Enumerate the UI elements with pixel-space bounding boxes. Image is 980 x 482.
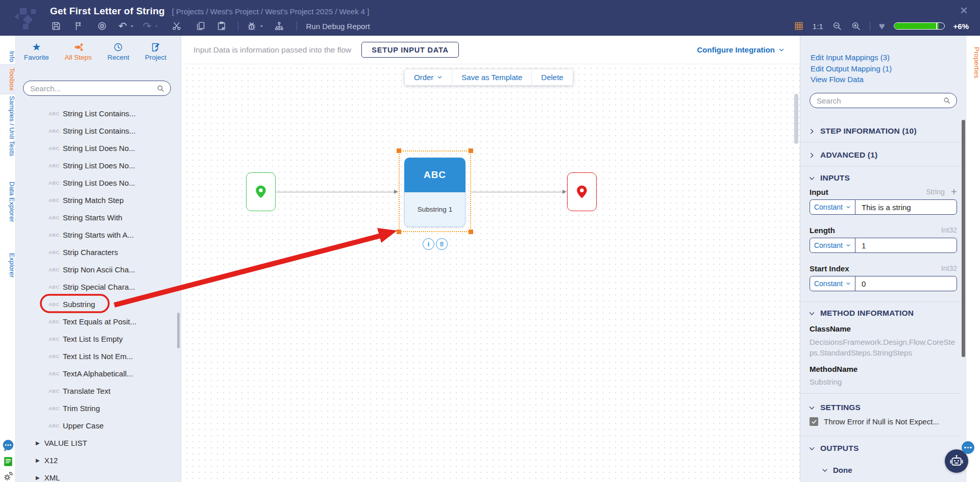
toolbox-step-strip-special-chara[interactable]: ABCStrip Special Chara... — [16, 278, 181, 295]
canvas-scrollbar-thumb[interactable] — [794, 94, 798, 144]
toolbox-step-trim-string[interactable]: ABCTrim String — [16, 399, 181, 417]
input-value-field[interactable] — [855, 200, 957, 214]
chat-icon[interactable] — [2, 439, 15, 452]
end-node[interactable] — [567, 172, 597, 211]
node-delete-button[interactable] — [436, 238, 448, 250]
assistant-chat-bubble-icon[interactable] — [962, 441, 974, 454]
tab-properties[interactable]: Properties — [966, 47, 980, 79]
configure-integration-button[interactable]: Configure Integration — [697, 45, 785, 54]
sidebar-tab-info[interactable]: Info — [0, 48, 16, 65]
input-value-field[interactable] — [855, 276, 957, 291]
abc-string-icon: ABC — [48, 215, 61, 220]
link-view-flow-data[interactable]: View Flow Data — [811, 74, 864, 85]
properties-search-input[interactable] — [816, 96, 943, 106]
selection-handle[interactable] — [397, 230, 401, 234]
context-order-button[interactable]: Order — [405, 69, 452, 85]
zoom-ratio-button[interactable]: 1:1 — [813, 22, 823, 31]
toolbox-step-translate-text[interactable]: ABCTranslate Text — [16, 382, 181, 399]
copy-icon[interactable] — [195, 21, 206, 31]
toolbox-step-upper-case[interactable]: ABCUpper Case — [16, 417, 181, 434]
toolbox-step-text-list-is-not-em[interactable]: ABCText List Is Not Em... — [16, 347, 181, 365]
toolbox-step-substring[interactable]: ABCSubstring — [16, 295, 181, 313]
toolbox-step-string-list-does-no[interactable]: ABCString List Does No... — [16, 157, 181, 174]
toolbox-step-strip-non-ascii-cha[interactable]: ABCStrip Non Ascii Cha... — [16, 261, 181, 278]
sidebar-tab-data-explorer[interactable]: Data Explorer — [0, 179, 16, 225]
undo-icon[interactable]: ↶ — [118, 21, 127, 31]
link-edit-input-mappings-3[interactable]: Edit Input Mappings (3) — [811, 52, 890, 63]
sidebar-tab-samples-unit-tests[interactable]: Samples / Unit Tests — [0, 93, 16, 159]
debug-icon[interactable] — [247, 21, 257, 31]
toolbox-step-string-list-does-no[interactable]: ABCString List Does No... — [16, 174, 181, 191]
undo-caret-icon[interactable] — [129, 23, 135, 29]
mapping-type-select[interactable]: Constant — [810, 200, 855, 214]
toolbox-scrollbar-thumb[interactable] — [177, 313, 180, 348]
mapping-type-select[interactable]: Constant — [810, 238, 855, 252]
toolbox-step-string-match-step[interactable]: ABCString Match Step — [16, 191, 181, 209]
selection-handle[interactable] — [469, 230, 473, 234]
section-settings[interactable]: SETTINGS — [808, 403, 861, 412]
paste-icon[interactable] — [216, 21, 227, 31]
toolbox-step-texta-alphabeticall[interactable]: ABCTextA Alphabeticall... — [16, 365, 181, 382]
input-value-field[interactable] — [855, 238, 957, 252]
map-pin-icon — [574, 184, 590, 199]
debug-caret-icon[interactable] — [259, 23, 264, 29]
section-inputs[interactable]: INPUTS — [808, 173, 850, 183]
toolbox-step-strip-characters[interactable]: ABCStrip Characters — [16, 243, 181, 261]
toolbox-category-value-list[interactable]: ▶VALUE LIST — [16, 434, 181, 451]
setup-input-data-button[interactable]: SETUP INPUT DATA — [361, 42, 459, 58]
cut-icon[interactable] — [172, 21, 182, 31]
toolbox-step-string-list-contains[interactable]: ABCString List Contains... — [16, 122, 181, 139]
section-advanced[interactable]: ADVANCED (1) — [808, 150, 877, 160]
toolbox-category-xml[interactable]: ▶XML — [16, 469, 181, 482]
settings-icon[interactable] — [3, 471, 14, 482]
toolbox-category-x12[interactable]: ▶X12 — [16, 451, 181, 469]
heart-icon[interactable]: ♥ — [879, 21, 885, 31]
flow-canvas[interactable]: Input Data is information passed into th… — [182, 36, 800, 482]
add-input-icon[interactable]: + — [951, 187, 957, 196]
substring-step-node[interactable]: ABC Substring 1 — [404, 158, 465, 227]
toolbox-step-string-starts-with-a[interactable]: ABCString Starts with A... — [16, 226, 181, 243]
toolbox-tab-recent[interactable]: Recent — [107, 42, 129, 61]
node-info-button[interactable]: i — [423, 238, 434, 250]
zoom-in-icon[interactable] — [851, 21, 861, 31]
start-node[interactable] — [246, 172, 276, 211]
toolbox-step-text-list-is-empty[interactable]: ABCText List Is Empty — [16, 330, 181, 347]
section-step-information[interactable]: STEP INFORMATION (10) — [808, 126, 917, 136]
document-icon[interactable] — [3, 456, 14, 469]
section-outputs[interactable]: OUTPUTS — [808, 444, 859, 453]
flag-icon[interactable] — [74, 21, 84, 31]
toolbox-step-string-starts-with[interactable]: ABCString Starts With — [16, 209, 181, 226]
save-icon[interactable] — [51, 21, 61, 31]
properties-scrollbar-thumb[interactable] — [962, 120, 965, 357]
hierarchy-icon[interactable] — [274, 21, 284, 31]
toolbox-tab-favorite[interactable]: ★Favorite — [24, 42, 49, 61]
link-edit-output-mapping-1[interactable]: Edit Output Mapping (1) — [811, 63, 892, 74]
toolbox-step-text-equals-at-posit[interactable]: ABCText Equals at Posit... — [16, 313, 181, 330]
toolbox-step-string-list-contains[interactable]: ABCString List Contains... — [16, 105, 181, 122]
context-save-as-template-button[interactable]: Save as Template — [452, 69, 531, 85]
record-icon[interactable] — [97, 21, 107, 31]
chevron-right-icon — [808, 128, 815, 135]
toolbox-search-input[interactable] — [29, 84, 156, 93]
run-debug-report-button[interactable]: Run Debug Report — [306, 22, 370, 31]
toolbox-tab-all-steps[interactable]: All Steps — [64, 42, 91, 61]
section-method-information[interactable]: METHOD INFORMATION — [808, 309, 914, 318]
throw-error-checkbox[interactable] — [810, 417, 818, 426]
toolbox-tab-project[interactable]: Project — [145, 42, 166, 61]
mapping-type-select[interactable]: Constant — [810, 276, 855, 291]
sidebar-tab-explorer[interactable]: Explorer — [0, 250, 16, 281]
abc-string-icon: ABC — [48, 197, 61, 203]
close-icon[interactable]: × — [957, 3, 971, 17]
health-progress-bar — [894, 22, 945, 30]
selection-handle[interactable] — [397, 148, 401, 153]
zoom-out-icon[interactable] — [832, 21, 842, 31]
redo-caret-icon[interactable] — [154, 23, 159, 29]
sidebar-tab-toolbox[interactable]: Toolbox — [0, 64, 16, 94]
toolbox-step-string-list-does-no[interactable]: ABCString List Does No... — [16, 139, 181, 157]
selection-handle[interactable] — [469, 148, 473, 153]
input-type-label: Int32 — [941, 226, 957, 234]
redo-icon[interactable]: ↷ — [143, 21, 152, 31]
output-done[interactable]: Done — [822, 466, 852, 474]
grid-icon[interactable] — [794, 21, 804, 31]
context-delete-button[interactable]: Delete — [532, 69, 572, 85]
